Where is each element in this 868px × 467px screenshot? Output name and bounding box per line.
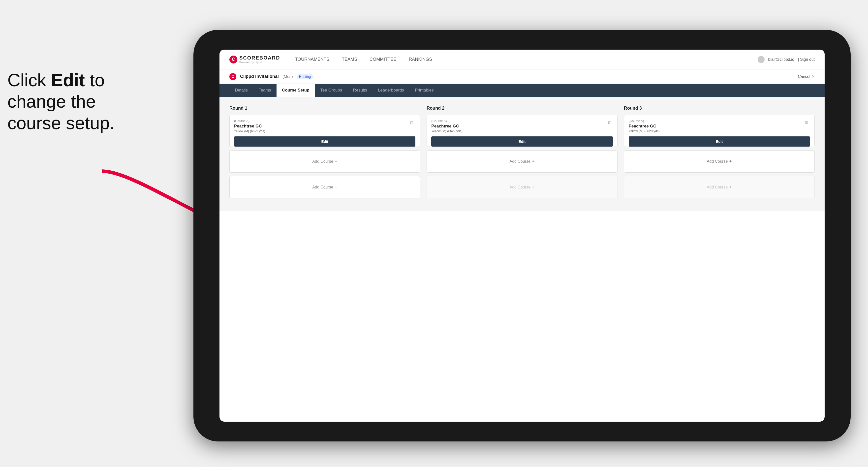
rounds-container: Round 1 (Course A) Peachtree GC Yellow (… xyxy=(229,106,815,202)
round-3-plus-1-icon: + xyxy=(729,159,732,164)
round-1-course-name: Peachtree GC xyxy=(234,124,265,129)
round-1-add-course-2[interactable]: Add Course + xyxy=(229,176,420,198)
round-3-course-card: (Course A) Peachtree GC Yellow (M) (6629… xyxy=(624,115,815,147)
round-3-card-header: (Course A) Peachtree GC Yellow (M) (6629… xyxy=(629,119,810,136)
sub-header-left: C Clippd Invitational (Men) Hosting xyxy=(229,73,798,80)
user-email: blair@clippd.io xyxy=(768,57,794,62)
round-1-edit-button[interactable]: Edit xyxy=(234,136,415,147)
round-1-course-details: Yellow (M) (6629 yds) xyxy=(234,129,265,133)
round-1-card-header: (Course A) Peachtree GC Yellow (M) (6629… xyxy=(234,119,415,136)
nav-links: TOURNAMENTS TEAMS COMMITTEE RANKINGS xyxy=(295,57,757,62)
instruction-text: Click Edit tochange thecourse setup. xyxy=(7,69,151,134)
round-1-delete-icon[interactable]: 🗑 xyxy=(408,119,415,126)
tournament-gender: (Men) xyxy=(282,74,293,79)
round-2-column: Round 2 (Course A) Peachtree GC Yellow (… xyxy=(427,106,617,202)
nav-teams[interactable]: TEAMS xyxy=(342,57,357,62)
round-1-plus-1-icon: + xyxy=(335,159,338,164)
round-1-plus-2-icon: + xyxy=(335,185,338,190)
logo-c-icon: C xyxy=(229,56,237,63)
tab-details[interactable]: Details xyxy=(229,84,253,97)
round-2-edit-button[interactable]: Edit xyxy=(431,136,613,147)
round-1-title: Round 1 xyxy=(229,106,420,111)
nav-rankings[interactable]: RANKINGS xyxy=(409,57,432,62)
round-3-add-course-2-label: Add Course xyxy=(707,185,728,189)
round-1-course-label: (Course A) xyxy=(234,119,265,123)
top-nav: C SCOREBOARD Powered by clippd TOURNAMEN… xyxy=(219,50,825,69)
sub-header: C Clippd Invitational (Men) Hosting Canc… xyxy=(219,69,825,84)
logo-sub: Powered by clippd xyxy=(239,61,280,64)
round-2-course-card: (Course A) Peachtree GC Yellow (M) (6629… xyxy=(427,115,617,147)
round-3-delete-icon[interactable]: 🗑 xyxy=(803,119,810,126)
round-2-title: Round 2 xyxy=(427,106,617,111)
user-avatar-icon xyxy=(757,56,765,63)
round-1-course-info: (Course A) Peachtree GC Yellow (M) (6629… xyxy=(234,119,265,136)
logo-area: C SCOREBOARD Powered by clippd xyxy=(229,55,280,64)
cancel-x-icon: ✕ xyxy=(811,74,815,79)
round-3-plus-2-icon: + xyxy=(729,185,732,190)
hosting-badge: Hosting xyxy=(297,74,313,80)
round-3-add-course-1[interactable]: Add Course + xyxy=(624,150,815,173)
round-2-plus-1-icon: + xyxy=(532,159,535,164)
round-2-add-course-2: Add Course + xyxy=(427,176,617,198)
tab-printables[interactable]: Printables xyxy=(409,84,439,97)
round-3-edit-button[interactable]: Edit xyxy=(629,136,810,147)
tab-course-setup[interactable]: Course Setup xyxy=(277,84,315,97)
round-3-title: Round 3 xyxy=(624,106,815,111)
round-2-course-details: Yellow (M) (6629 yds) xyxy=(431,129,462,133)
round-2-delete-icon[interactable]: 🗑 xyxy=(606,119,613,126)
round-3-course-name: Peachtree GC xyxy=(629,124,660,129)
round-2-card-header: (Course A) Peachtree GC Yellow (M) (6629… xyxy=(431,119,613,136)
round-2-add-course-2-label: Add Course xyxy=(509,185,530,189)
nav-committee[interactable]: COMMITTEE xyxy=(370,57,396,62)
round-2-add-course-1[interactable]: Add Course + xyxy=(427,150,617,173)
tab-teams[interactable]: Teams xyxy=(253,84,277,97)
cancel-label: Cancel xyxy=(798,74,810,79)
round-2-course-label: (Course A) xyxy=(431,119,462,123)
round-2-plus-2-icon: + xyxy=(532,185,535,190)
instruction-prefix: Click xyxy=(7,70,51,90)
tournament-name: Clippd Invitational xyxy=(240,74,279,79)
tab-leaderboards[interactable]: Leaderboards xyxy=(372,84,409,97)
round-3-course-info: (Course A) Peachtree GC Yellow (M) (6629… xyxy=(629,119,660,136)
logo-scoreboard: SCOREBOARD xyxy=(239,55,280,60)
round-2-course-info: (Course A) Peachtree GC Yellow (M) (6629… xyxy=(431,119,462,136)
tab-tee-groups[interactable]: Tee Groups xyxy=(315,84,348,97)
round-2-course-name: Peachtree GC xyxy=(431,124,462,129)
round-3-add-course-1-label: Add Course xyxy=(707,159,728,164)
instruction-bold: Edit xyxy=(51,70,85,90)
round-1-add-course-2-label: Add Course xyxy=(312,185,333,189)
logo-text-block: SCOREBOARD Powered by clippd xyxy=(239,55,280,64)
round-1-column: Round 1 (Course A) Peachtree GC Yellow (… xyxy=(229,106,420,202)
round-1-add-course-1-label: Add Course xyxy=(312,159,333,164)
tablet-shell: C SCOREBOARD Powered by clippd TOURNAMEN… xyxy=(193,30,850,441)
tablet-screen: C SCOREBOARD Powered by clippd TOURNAMEN… xyxy=(219,50,825,422)
cancel-button[interactable]: Cancel ✕ xyxy=(798,74,815,79)
main-content: Round 1 (Course A) Peachtree GC Yellow (… xyxy=(219,97,825,211)
round-3-column: Round 3 (Course A) Peachtree GC Yellow (… xyxy=(624,106,815,202)
round-3-course-label: (Course A) xyxy=(629,119,660,123)
nav-right: blair@clippd.io | Sign out xyxy=(757,56,815,63)
round-3-course-details: Yellow (M) (6629 yds) xyxy=(629,129,660,133)
round-3-add-course-2: Add Course + xyxy=(624,176,815,198)
round-2-add-course-1-label: Add Course xyxy=(509,159,530,164)
tab-bar: Details Teams Course Setup Tee Groups Re… xyxy=(219,84,825,97)
round-1-course-card: (Course A) Peachtree GC Yellow (M) (6629… xyxy=(229,115,420,147)
round-1-add-course-1[interactable]: Add Course + xyxy=(229,150,420,173)
tab-results[interactable]: Results xyxy=(347,84,372,97)
sign-out-link[interactable]: | Sign out xyxy=(798,57,815,62)
nav-tournaments[interactable]: TOURNAMENTS xyxy=(295,57,329,62)
sub-logo-c-icon: C xyxy=(229,73,236,80)
